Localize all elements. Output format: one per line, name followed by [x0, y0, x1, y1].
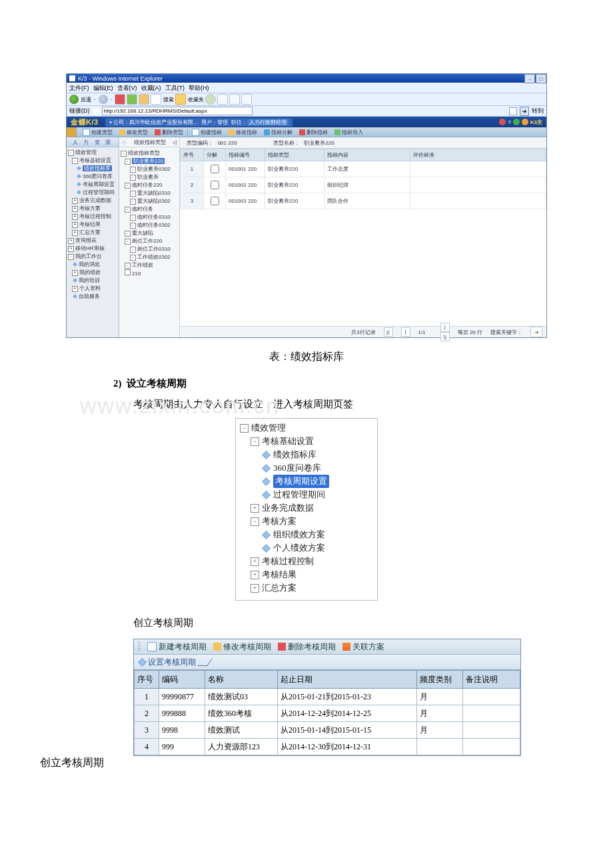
action-edit-type[interactable]: 修改类型 [116, 129, 151, 136]
cycle-row[interactable]: 4999人力资源部123从2014-12-30到2014-12-31 [135, 739, 520, 755]
pager-last-icon[interactable]: ⟩| [440, 332, 450, 341]
header-icon-2[interactable] [513, 119, 520, 125]
nav2-item[interactable]: +考核过程控制 [240, 555, 373, 568]
menu-file[interactable]: 文件(F) [69, 84, 89, 93]
address-input[interactable] [102, 107, 253, 115]
action-new-cycle[interactable]: 新建考核周期 [147, 641, 207, 653]
action-edit-indicator[interactable]: 修改指标 [225, 129, 261, 136]
action-link-plan[interactable]: 关联方案 [342, 641, 384, 653]
tree-result[interactable]: +考核结果 [68, 221, 117, 229]
mid-item[interactable]: 218 [121, 269, 178, 278]
nav2-item[interactable]: -考核基础设置 [240, 435, 373, 448]
mid-item[interactable]: -重大缺陷 [121, 229, 178, 237]
pager-prev-icon[interactable]: ⟨ [401, 327, 410, 337]
home-button-icon[interactable] [139, 94, 149, 105]
table-row[interactable]: 3 001003 220 职业素养220 团队合作 [181, 193, 546, 209]
collapse-icon[interactable]: ◁ [173, 139, 177, 145]
decomp-checkbox[interactable] [211, 181, 219, 189]
header-icon-1[interactable] [499, 119, 506, 125]
col-range[interactable]: 起止日期 [278, 671, 417, 689]
mid-item[interactable]: -工作绩效0302 [121, 253, 178, 261]
pager-first-icon[interactable]: |⟨ [384, 327, 393, 337]
mid-item[interactable]: -绩效指标类型 [121, 149, 178, 157]
tree-indicator-library[interactable]: 绩效指标库 [68, 165, 117, 173]
tree-process-period[interactable]: 过程管理期间 [68, 189, 117, 197]
tree-self-service[interactable]: 自助服务 [68, 293, 117, 301]
action-delete-indicator[interactable]: 删除指标 [296, 129, 331, 136]
help-icon[interactable]: ? [508, 119, 510, 125]
stop-button-icon[interactable] [115, 94, 125, 105]
menu-view[interactable]: 查看(V) [117, 84, 137, 93]
address-dropdown-icon[interactable] [509, 107, 517, 115]
nav2-item-selected[interactable]: 考核周期设置 [240, 475, 373, 488]
tree-biz-data[interactable]: +业务完成数据 [68, 197, 117, 205]
tree-query[interactable]: +查询报表 [68, 237, 117, 245]
minimize-button[interactable]: - [524, 74, 535, 83]
tree-360-bank[interactable]: 360度问卷库 [68, 173, 117, 181]
col-code[interactable]: 指标编号 [226, 149, 265, 161]
tree-my-workbench[interactable]: -我的工作台 [68, 253, 117, 261]
tree-base-settings[interactable]: -考核基础设置 [68, 157, 117, 165]
mid-item[interactable]: -岗位工作220 [121, 237, 178, 245]
mid-item[interactable]: -职业素养 [121, 173, 178, 181]
action-categorize[interactable]: 指标分解 [261, 129, 296, 136]
col-note[interactable]: 备注说明 [463, 671, 520, 689]
header-icon-3[interactable] [522, 119, 528, 125]
tree-mobile[interactable]: +移动HR审核 [68, 245, 117, 253]
search-button-icon[interactable] [151, 94, 161, 105]
print-button-icon[interactable] [229, 94, 240, 105]
nav2-item[interactable]: -考核方案 [240, 515, 373, 528]
tree-root[interactable]: -绩效管理 [68, 149, 117, 157]
favorites-star-icon[interactable] [175, 94, 186, 105]
pager-go-icon[interactable]: ➜ [530, 327, 542, 337]
edit-button-icon[interactable] [241, 94, 252, 105]
menu-edit[interactable]: 编辑(E) [93, 84, 113, 93]
go-button-icon[interactable]: ➜ [520, 107, 529, 116]
action-new-type[interactable]: 创建类型 [79, 129, 116, 136]
tree-plan[interactable]: +考核方案 [68, 205, 117, 213]
menu-help[interactable]: 帮助(H) [189, 84, 209, 93]
table-row[interactable]: 2 001002 220 职业素养220 组织纪律 [181, 177, 546, 193]
table-row[interactable]: 1 001001 220 职业素养220 工作态度 [181, 161, 546, 177]
nav2-item[interactable]: +汇总方案 [240, 581, 373, 595]
history-button-icon[interactable] [205, 94, 216, 105]
col-decomp[interactable]: 分解 [204, 149, 226, 161]
back-button-icon[interactable] [69, 95, 79, 104]
col-standard[interactable]: 评价标准 [410, 149, 546, 161]
refresh-button-icon[interactable] [127, 94, 137, 105]
mid-item[interactable]: -临时任务 [121, 205, 178, 213]
menu-fav[interactable]: 收藏(A) [141, 84, 161, 93]
pager-next-icon[interactable]: ⟩ [440, 323, 450, 332]
forward-button-icon[interactable] [99, 95, 108, 104]
col-content[interactable]: 指标内容 [324, 149, 410, 161]
action-edit-cycle[interactable]: 修改考核周期 [213, 641, 271, 653]
sidebar-toggle-icon[interactable] [67, 127, 77, 137]
tree-my-info[interactable]: +个人资料 [68, 285, 117, 293]
mid-item[interactable]: -重大缺陷0310 [121, 189, 178, 197]
cycle-row[interactable]: 2999888绩效360考核从2014-12-24到2014-12-25月 [135, 705, 520, 722]
action-delete-cycle[interactable]: 删除考核周期 [278, 641, 336, 653]
tree-my-msg[interactable]: 我的消息 [68, 261, 117, 269]
header-right-text[interactable]: K3主 [530, 119, 542, 126]
col-name[interactable]: 名称 [205, 671, 278, 689]
tree-cycle-setting[interactable]: 考核周期设置 [68, 181, 117, 189]
mid-item[interactable]: -临时任务220 [121, 181, 178, 189]
mid-item[interactable]: -工作绩效 [121, 261, 178, 269]
nav2-item[interactable]: 组织绩效方案 [240, 528, 373, 541]
action-new-indicator[interactable]: 创建指标 [189, 129, 225, 136]
menu-tools[interactable]: 工具(T) [165, 84, 185, 93]
tree-my-perf[interactable]: +我的绩效 [68, 269, 117, 277]
nav2-item[interactable]: 360度问卷库 [240, 461, 373, 475]
col-freq[interactable]: 频度类别 [417, 671, 463, 689]
mid-item[interactable]: -重大缺陷0302 [121, 197, 178, 205]
col-no[interactable]: 序号 [181, 149, 204, 161]
mid-item[interactable]: -职业素养0302 [121, 165, 178, 173]
action-delete-type[interactable]: 删除类型 [151, 129, 187, 136]
col-type[interactable]: 指标类型 [265, 149, 324, 161]
mid-item[interactable]: -临时任务0302 [121, 221, 178, 229]
decomp-checkbox[interactable] [211, 165, 219, 173]
tree-process-control[interactable]: +考核过程控制 [68, 213, 117, 221]
mid-item[interactable]: -岗位工作0310 [121, 245, 178, 253]
maximize-button[interactable]: □ [536, 74, 546, 83]
col-code[interactable]: 编码 [159, 671, 205, 689]
